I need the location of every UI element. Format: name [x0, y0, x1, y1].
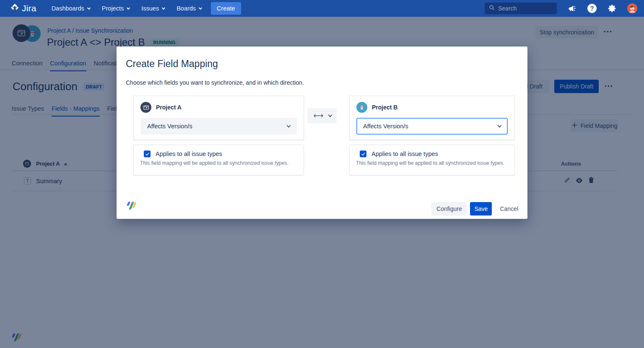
applies-all-checkbox-right[interactable]	[360, 151, 366, 157]
create-button[interactable]: Create	[211, 2, 241, 15]
project-name: Project A	[156, 104, 182, 111]
project-a-field-card: Project A Affects Version/s	[133, 96, 304, 140]
chevron-down-icon	[498, 123, 502, 127]
chevron-down-icon	[199, 6, 202, 9]
chevron-down-icon	[127, 6, 130, 9]
nav-menus: Dashboards Projects Issues Boards	[52, 5, 202, 12]
chevron-down-icon	[87, 6, 91, 9]
settings-gear-icon[interactable]	[607, 3, 617, 13]
project-b-field-card: Project B Affects Version/s	[349, 96, 515, 140]
configure-button[interactable]: Configure	[431, 202, 467, 216]
getint-logo	[127, 202, 137, 210]
nav-boards[interactable]: Boards	[177, 5, 202, 12]
top-navbar: Jira Dashboards Projects Issues Boards C…	[0, 0, 644, 17]
sync-direction-select[interactable]	[307, 108, 337, 123]
modal-title: Create Field Mapping	[126, 58, 218, 70]
nav-dashboards[interactable]: Dashboards	[52, 5, 90, 12]
nav-issues[interactable]: Issues	[141, 5, 165, 12]
navbar-right: ?	[485, 3, 637, 14]
save-button[interactable]: Save	[470, 202, 492, 216]
field-select-project-a[interactable]: Affects Version/s	[140, 118, 297, 135]
checkbox-label[interactable]: Applies to all issue types	[156, 151, 222, 157]
project-a-icon	[140, 102, 151, 113]
announcements-icon[interactable]	[567, 3, 577, 13]
applies-all-card-left: Applies to all issue types This field ma…	[133, 145, 304, 175]
chevron-down-icon	[328, 113, 332, 117]
search-input[interactable]	[498, 5, 548, 12]
chevron-down-icon	[162, 6, 165, 9]
search-box[interactable]	[485, 3, 557, 14]
search-icon	[489, 5, 495, 12]
cancel-button[interactable]: Cancel	[500, 205, 518, 212]
brand-name: Jira	[22, 3, 36, 13]
chevron-down-icon	[287, 123, 291, 127]
project-b-icon	[356, 102, 367, 113]
project-name: Project B	[372, 104, 397, 111]
jira-logo-icon	[10, 3, 19, 14]
checkbox-note: This field mapping will be applied to al…	[356, 160, 509, 166]
checkbox-row: Applies to all issue types	[140, 151, 298, 157]
card-header: Project B	[356, 102, 508, 113]
jira-logo[interactable]: Jira	[10, 3, 36, 14]
bidirectional-arrow-icon	[313, 112, 324, 119]
nav-projects[interactable]: Projects	[102, 5, 130, 12]
checkbox-note: This field mapping will be applied to al…	[140, 160, 298, 166]
applies-all-checkbox-left[interactable]	[144, 151, 151, 157]
checkbox-label[interactable]: Applies to all issue types	[371, 151, 438, 157]
field-select-project-b[interactable]: Affects Version/s	[356, 118, 508, 135]
user-avatar[interactable]	[627, 3, 637, 13]
checkbox-row: Applies to all issue types	[356, 151, 509, 157]
modal-subtitle: Choose which fields you want to synchron…	[126, 79, 304, 86]
help-icon[interactable]: ?	[587, 3, 597, 13]
create-field-mapping-modal: Create Field Mapping Choose which fields…	[117, 47, 527, 219]
jira-app: Jira Dashboards Projects Issues Boards C…	[0, 0, 644, 348]
modal-buttons: Configure Save Cancel	[431, 202, 518, 216]
card-header: Project A	[140, 102, 297, 113]
applies-all-card-right: Applies to all issue types This field ma…	[349, 145, 515, 175]
